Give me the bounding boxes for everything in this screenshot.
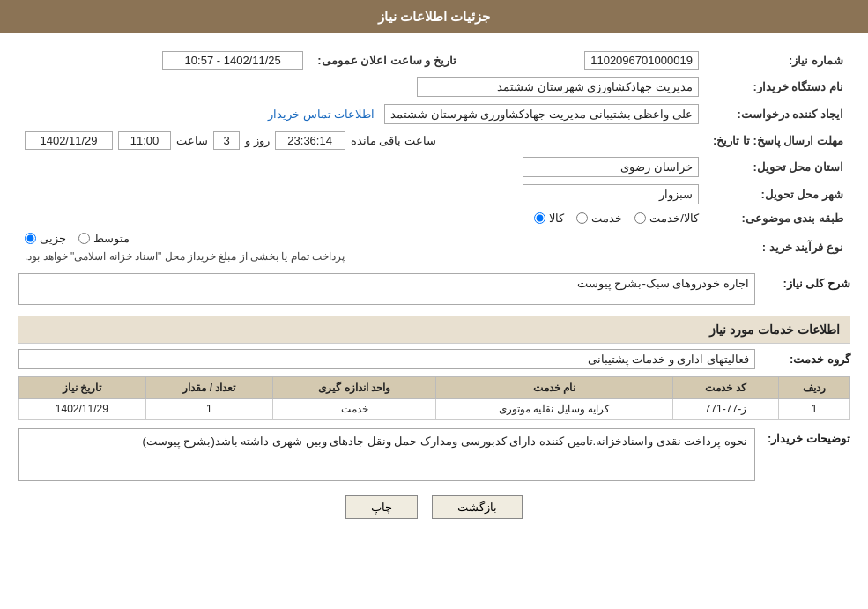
mohlat-saat-label: ساعت: [176, 134, 208, 147]
th-vahed: واحد اندازه گیری: [273, 377, 436, 399]
mohlat-time-box: 11:00: [118, 131, 171, 150]
page-title: جزئیات اطلاعات نیاز: [378, 9, 490, 24]
tarikh-elan-value: 1402/11/25 - 10:57: [18, 48, 310, 73]
radio-motavaset-input[interactable]: [78, 233, 90, 244]
noe-farayand-label: نوع فرآیند خرید :: [706, 228, 850, 266]
services-table: ردیف کد خدمت نام خدمت واحد اندازه گیری ت…: [18, 376, 850, 420]
mohlat-roz-label: روز و: [245, 134, 270, 147]
page-header: جزئیات اطلاعات نیاز: [0, 0, 868, 33]
ostan-box: خراسان رضوی: [523, 157, 699, 177]
grohe-label: گروه خدمت:: [762, 353, 850, 366]
sharh-label: شرح کلی نیاز:: [762, 273, 850, 290]
th-tarikh: تاریخ نیاز: [19, 377, 146, 399]
radio-kala-khedmat-label: کالا/خدمت: [649, 212, 699, 225]
etelaat-link[interactable]: اطلاعات تماس خریدار: [268, 108, 375, 121]
cell-nam: کرایه وسایل نقلیه موتوری: [436, 399, 672, 420]
services-section-header: اطلاعات خدمات مورد نیاز: [18, 316, 850, 344]
th-radif: ردیف: [779, 377, 850, 399]
grohe-value: فعالیتهای اداری و خدمات پشتیبانی: [18, 349, 755, 369]
radio-kala-label: کالا: [549, 212, 564, 225]
mohlat-saat-box: 23:36:14: [275, 131, 345, 150]
shahr-value: سبزوار: [18, 181, 706, 208]
radio-kala-khedmat-input[interactable]: [634, 212, 646, 224]
mohlat-mande-label: ساعت باقی مانده: [351, 134, 436, 147]
cell-tarikh: 1402/11/29: [19, 399, 146, 420]
cell-radif: 1: [779, 399, 850, 420]
shomareNiaz-label: شماره نیاز:: [706, 48, 850, 73]
radio-jazyi-label: جزیی: [40, 232, 66, 245]
sharh-row: شرح کلی نیاز: اجاره خودروهای سبک-بشرح پی…: [18, 273, 850, 305]
desc-label: توضیحات خریدار:: [762, 428, 850, 445]
mohlat-roz-box: 3: [213, 131, 240, 150]
button-row: بازگشت چاپ: [18, 495, 850, 519]
tabaqe-row: کالا/خدمت خدمت کالا: [18, 208, 706, 228]
radio-jazyi-input[interactable]: [25, 233, 36, 244]
shomareNiaz-value: 1102096701000019: [464, 48, 706, 73]
description-row: توضیحات خریدار: نحوه پرداخت نقدی واسنادخ…: [18, 428, 850, 481]
desc-value: نحوه پرداخت نقدی واسنادخزانه.تامین کننده…: [18, 428, 755, 481]
info-section-1: شماره نیاز: 1102096701000019 تاریخ و ساع…: [18, 48, 850, 266]
ijadKonande-value: علی واعظی بشتیبانی مدیریت جهادکشاورزی شه…: [18, 100, 706, 128]
cell-kod: ز-77-771: [672, 399, 779, 420]
mohlat-row: ساعت باقی مانده 23:36:14 روز و 3 ساعت 11…: [18, 128, 706, 153]
noe-notice: پرداخت تمام یا بخشی از مبلغ خریداز محل "…: [25, 250, 345, 263]
th-tedad: تعداد / مقدار: [145, 377, 272, 399]
radio-jazyi[interactable]: جزیی: [25, 232, 66, 245]
tarikh-elan-box: 1402/11/25 - 10:57: [162, 51, 303, 70]
chap-button[interactable]: چاپ: [345, 495, 418, 519]
table-row: 1ز-77-771کرایه وسایل نقلیه موتوریخدمت114…: [19, 399, 850, 420]
grohe-row: گروه خدمت: فعالیتهای اداری و خدمات پشتیب…: [18, 349, 850, 369]
cell-tedad: 1: [145, 399, 272, 420]
bazgasht-button[interactable]: بازگشت: [432, 495, 523, 519]
radio-khedmat-input[interactable]: [576, 212, 588, 224]
main-content: شماره نیاز: 1102096701000019 تاریخ و ساع…: [0, 33, 868, 542]
mohlat-label: مهلت ارسال پاسخ: تا تاریخ:: [706, 128, 850, 153]
radio-kala[interactable]: کالا: [534, 212, 564, 225]
ijadKonande-box: علی واعظی بشتیبانی مدیریت جهادکشاورزی شه…: [384, 104, 699, 124]
grohe-value-wrap: فعالیتهای اداری و خدمات پشتیبانی: [18, 349, 755, 369]
radio-kala-input[interactable]: [534, 212, 545, 224]
radio-motavaset-label: متوسط: [93, 232, 130, 245]
mohlat-date-box: 1402/11/29: [25, 131, 113, 150]
cell-vahed: خدمت: [273, 399, 436, 420]
radio-khedmat-label: خدمت: [591, 212, 622, 225]
page-container: جزئیات اطلاعات نیاز شماره نیاز: 11020967…: [0, 0, 868, 609]
ijadKonande-label: ایجاد کننده درخواست:: [706, 100, 850, 128]
tarikh-elan-label: تاریخ و ساعت اعلان عمومی:: [310, 48, 464, 73]
shahr-label: شهر محل تحویل:: [706, 181, 850, 208]
shomareNiaz-box: 1102096701000019: [584, 51, 699, 70]
ostan-value: خراسان رضوی: [18, 153, 706, 181]
radio-motavaset[interactable]: متوسط: [78, 232, 130, 245]
ostan-label: استان محل تحویل:: [706, 153, 850, 181]
th-kod: کد خدمت: [672, 377, 779, 399]
radio-khedmat[interactable]: خدمت: [576, 212, 622, 225]
namDastgah-label: نام دستگاه خریدار:: [706, 73, 850, 100]
namDastgah-value: مدیریت جهادکشاورزی شهرستان ششتمد: [18, 73, 706, 100]
tabaqe-label: طبقه بندی موضوعی:: [706, 208, 850, 228]
namDastgah-box: مدیریت جهادکشاورزی شهرستان ششتمد: [417, 77, 699, 97]
shahr-box: سبزوار: [523, 184, 699, 204]
sharh-box: اجاره خودروهای سبک-بشرح پیوست: [18, 273, 755, 305]
sharh-value: اجاره خودروهای سبک-بشرح پیوست: [18, 273, 755, 305]
noe-farayand-row: متوسط جزیی پرداخت تمام یا بخشی از مبلغ خ…: [18, 228, 706, 266]
desc-content: نحوه پرداخت نقدی واسنادخزانه.تامین کننده…: [18, 428, 755, 481]
th-nam: نام خدمت: [436, 377, 672, 399]
radio-kala-khedmat[interactable]: کالا/خدمت: [634, 212, 699, 225]
